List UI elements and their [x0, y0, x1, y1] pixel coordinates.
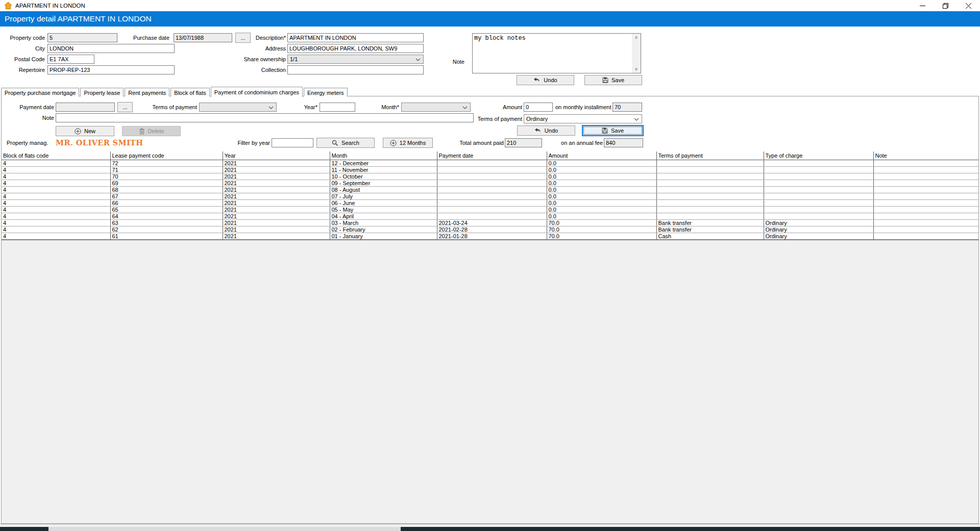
column-header-amount[interactable]: Amount [547, 151, 656, 160]
repertoire-field[interactable] [47, 65, 175, 74]
new-button[interactable]: New [56, 126, 114, 136]
table-row[interactable]: 465202105 - May0.0 [2, 206, 978, 213]
payment-note-field[interactable] [56, 113, 474, 122]
cell-amount: 0.0 [547, 166, 656, 173]
collection-field[interactable] [287, 65, 424, 74]
table-row[interactable]: 463202103 - March2021-03-2470.0Bank tran… [2, 219, 978, 226]
cell-block-of-flats-code: 4 [2, 213, 110, 219]
tab-property-purchase-mortgage[interactable]: Property purchase mortgage [1, 88, 79, 96]
total-amount-paid-field[interactable] [505, 138, 542, 147]
column-header-month[interactable]: Month [330, 151, 437, 160]
scroll-up-icon[interactable]: ∧ [632, 34, 641, 41]
search-button[interactable]: Search [316, 138, 375, 148]
description-field[interactable] [287, 33, 424, 42]
minimize-button[interactable] [911, 0, 934, 11]
cell-year: 2021 [223, 160, 330, 166]
column-header-year[interactable]: Year [223, 151, 330, 160]
restore-button[interactable] [934, 0, 957, 11]
monthly-installment-field[interactable] [612, 103, 642, 112]
column-header-type-of-charge[interactable]: Type of charge [764, 151, 873, 160]
postal-code-field[interactable] [47, 55, 94, 64]
note-field: ∧ ∨ [472, 33, 641, 73]
cell-lease-payment-code: 71 [110, 166, 223, 173]
address-field[interactable] [287, 44, 424, 53]
cell-block-of-flats-code: 4 [2, 199, 110, 206]
cell-lease-payment-code: 68 [110, 186, 223, 193]
cell-terms-of-payment: Bank transfer [656, 219, 764, 226]
cell-amount: 70.0 [547, 233, 656, 240]
property-save-button[interactable]: Save [584, 75, 642, 85]
table-row[interactable]: 462202102 - February2021-02-2870.0Bank t… [2, 226, 978, 233]
table-row[interactable]: 464202104 - April0.0 [2, 213, 978, 219]
table-row[interactable]: 471202111 - November0.0 [2, 166, 978, 173]
amount-label: Amount [486, 103, 522, 112]
cell-terms-of-payment: Cash [656, 233, 764, 240]
tab-rent-payments[interactable]: Rent payments [125, 88, 169, 96]
cell-block-of-flats-code: 4 [2, 160, 110, 166]
table-row[interactable]: 468202108 - August0.0 [2, 186, 978, 193]
cell-type-of-charge [764, 166, 873, 173]
payment-of-condominium-charges-panel: Payment date ... Terms of payment Year* … [1, 96, 979, 524]
note-textarea[interactable] [473, 34, 632, 73]
terms-of-payment-label: Terms of payment [139, 103, 197, 112]
payment-date-field[interactable] [56, 103, 115, 112]
cell-note [873, 160, 978, 166]
terms-of-payment2-value: Ordinary [526, 116, 548, 122]
property-undo-button[interactable]: Undo [517, 75, 574, 85]
column-header-lease-payment-code[interactable]: Lease payment code [110, 151, 223, 160]
cell-type-of-charge [764, 206, 873, 213]
tab-payment-of-condominium-charges[interactable]: Payment of condominium charges [211, 87, 303, 97]
payment-save-button[interactable]: Save [582, 125, 644, 136]
window-titlebar: APARTMENT IN LONDON [0, 0, 980, 11]
payment-note-label: Note [2, 113, 54, 122]
year-field[interactable] [320, 103, 355, 112]
page-header: Property detail APARTMENT IN LONDON [0, 11, 980, 27]
column-header-payment-date[interactable]: Payment date [437, 151, 547, 160]
filter-by-year-field[interactable] [272, 138, 313, 147]
tab-bar: Property purchase mortgageProperty lease… [1, 87, 979, 96]
twelve-months-button[interactable]: 12 Months [383, 138, 433, 148]
cell-year: 2021 [223, 199, 330, 206]
table-row[interactable]: 467202107 - July0.0 [2, 193, 978, 199]
column-header-terms-of-payment[interactable]: Terms of payment [656, 151, 764, 160]
cell-lease-payment-code: 69 [110, 180, 223, 186]
table-row[interactable]: 461202101 - January2021-01-2870.0CashOrd… [2, 233, 978, 240]
share-ownership-select[interactable]: 1/1 [287, 55, 424, 64]
cell-month: 06 - June [330, 199, 437, 206]
scroll-down-icon[interactable]: ∨ [632, 65, 641, 73]
month-select[interactable] [401, 103, 471, 112]
terms-of-payment-select[interactable] [199, 103, 277, 112]
annual-fee-field[interactable] [604, 138, 643, 147]
payment-undo-button[interactable]: Undo [517, 125, 575, 136]
table-row[interactable]: 469202109 - September0.0 [2, 180, 978, 186]
cell-month: 07 - July [330, 193, 437, 199]
cell-terms-of-payment [656, 173, 764, 180]
cell-month: 04 - April [330, 213, 437, 219]
cell-month: 02 - February [330, 226, 437, 233]
cell-payment-date [437, 166, 547, 173]
delete-button[interactable]: Delete [122, 126, 181, 136]
amount-field[interactable] [524, 103, 553, 112]
magnifier-icon [332, 140, 338, 146]
column-header-block-of-flats-code[interactable]: Block of flats code [2, 151, 110, 160]
note-label: Note [438, 57, 464, 66]
table-row[interactable]: 470202110 - October0.0 [2, 173, 978, 180]
note-scrollbar[interactable]: ∧ ∨ [632, 34, 641, 73]
close-button[interactable] [957, 0, 980, 11]
cell-year: 2021 [223, 219, 330, 226]
payment-date-browse-button[interactable]: ... [117, 102, 133, 112]
cell-terms-of-payment [656, 186, 764, 193]
tab-property-lease[interactable]: Property lease [80, 88, 124, 96]
tab-energy-meters[interactable]: Energy meters [304, 88, 348, 96]
cell-amount: 0.0 [547, 199, 656, 206]
floppy-disk-icon [602, 77, 608, 83]
undo-arrow-icon [533, 77, 541, 83]
table-row[interactable]: 472202112 - December0.0 [2, 160, 978, 166]
cell-note [873, 166, 978, 173]
tab-block-of-flats[interactable]: Block of flats [170, 88, 209, 96]
city-field[interactable] [47, 44, 175, 53]
table-row[interactable]: 466202106 - June0.0 [2, 199, 978, 206]
column-header-note[interactable]: Note [873, 151, 978, 160]
terms-of-payment2-select[interactable]: Ordinary [524, 114, 642, 123]
property-code-field[interactable] [47, 33, 117, 42]
